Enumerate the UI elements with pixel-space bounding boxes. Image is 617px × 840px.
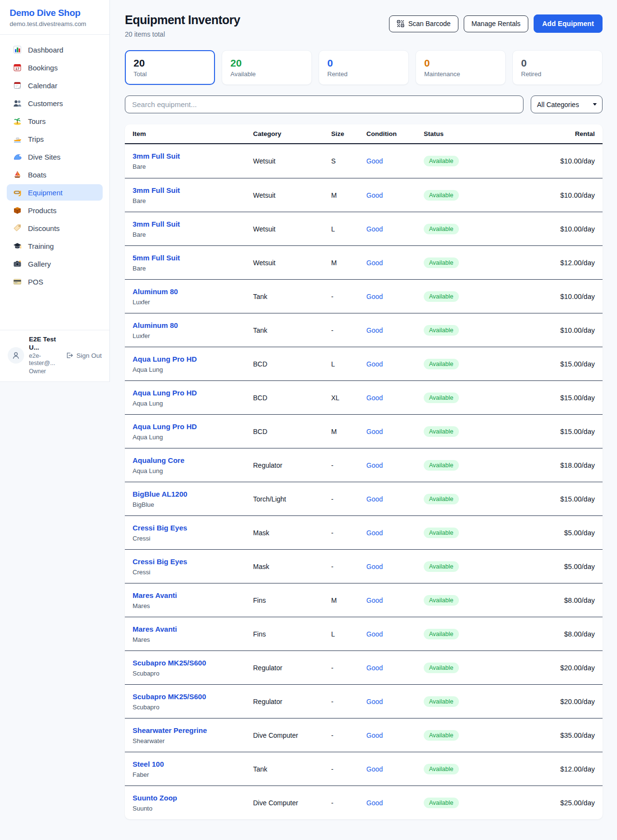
sidebar-item-bookings[interactable]: 17 Bookings	[7, 59, 103, 76]
category-filter-select[interactable]: All Categories	[531, 95, 603, 113]
sidebar-item-training[interactable]: Training	[7, 238, 103, 254]
condition-link[interactable]: Good	[366, 732, 424, 739]
condition-link[interactable]: Good	[366, 225, 424, 233]
condition-link[interactable]: Good	[366, 765, 424, 773]
items-total-text: 20 items total	[125, 30, 240, 38]
item-name-link[interactable]: 3mm Full Suit	[133, 152, 253, 161]
condition-link[interactable]: Good	[366, 495, 424, 503]
status-cell: Available	[424, 291, 496, 302]
size-cell: -	[331, 799, 366, 807]
scan-barcode-label: Scan Barcode	[408, 20, 451, 27]
rental-price: $8.00/day	[496, 630, 595, 638]
add-equipment-button[interactable]: Add Equipment	[534, 14, 603, 33]
item-name-link[interactable]: Aluminum 80	[133, 321, 253, 330]
sidebar-item-equipment[interactable]: Equipment	[7, 184, 103, 201]
item-cell: 5mm Full Suit Bare	[133, 254, 253, 272]
sidebar-item-products[interactable]: Products	[7, 202, 103, 218]
table-row: Suunto Zoop Suunto Dive Computer - Good …	[125, 786, 603, 819]
condition-link[interactable]: Good	[366, 191, 424, 199]
condition-link[interactable]: Good	[366, 326, 424, 334]
status-badge: Available	[424, 359, 459, 369]
sidebar-item-tours[interactable]: Tours	[7, 113, 103, 129]
item-name-link[interactable]: 3mm Full Suit	[133, 220, 253, 229]
size-cell: -	[331, 529, 366, 537]
condition-link[interactable]: Good	[366, 259, 424, 267]
item-brand: Luxfer	[133, 332, 253, 339]
sidebar-item-label: Dashboard	[28, 46, 63, 54]
item-name-link[interactable]: BigBlue AL1200	[133, 490, 253, 499]
item-name-link[interactable]: 5mm Full Suit	[133, 254, 253, 263]
status-badge: Available	[424, 257, 459, 268]
condition-link[interactable]: Good	[366, 563, 424, 570]
item-name-link[interactable]: Aluminum 80	[133, 287, 253, 297]
rental-price: $15.00/day	[496, 428, 595, 435]
sidebar-item-discounts[interactable]: Discounts	[7, 220, 103, 236]
condition-link[interactable]: Good	[366, 394, 424, 402]
condition-link[interactable]: Good	[366, 293, 424, 300]
category-cell: Wetsuit	[253, 191, 331, 199]
condition-link[interactable]: Good	[366, 664, 424, 672]
item-name-link[interactable]: Mares Avanti	[133, 625, 253, 634]
stat-card-retired[interactable]: 0 Retired	[512, 50, 603, 85]
condition-link[interactable]: Good	[366, 596, 424, 604]
sidebar-item-pos[interactable]: POS	[7, 273, 103, 290]
item-brand: Luxfer	[133, 298, 253, 306]
item-name-link[interactable]: Aqua Lung Pro HD	[133, 355, 253, 364]
condition-link[interactable]: Good	[366, 799, 424, 807]
scan-barcode-button[interactable]: Scan Barcode	[389, 15, 458, 32]
search-input[interactable]	[125, 95, 523, 113]
sidebar-item-gallery[interactable]: Gallery	[7, 256, 103, 272]
sidebar-item-customers[interactable]: Customers	[7, 95, 103, 111]
item-name-link[interactable]: Steel 100	[133, 760, 253, 769]
table-row: Steel 100 Faber Tank - Good Available $1…	[125, 752, 603, 786]
item-name-link[interactable]: Mares Avanti	[133, 591, 253, 600]
stat-card-total[interactable]: 20 Total	[125, 50, 215, 85]
condition-link[interactable]: Good	[366, 360, 424, 368]
item-name-link[interactable]: Aqua Lung Pro HD	[133, 422, 253, 432]
status-cell: Available	[424, 696, 496, 707]
condition-link[interactable]: Good	[366, 428, 424, 435]
rental-price: $10.00/day	[496, 293, 595, 300]
condition-link[interactable]: Good	[366, 630, 424, 638]
condition-link[interactable]: Good	[366, 698, 424, 705]
manage-rentals-button[interactable]: Manage Rentals	[464, 15, 528, 32]
item-name-link[interactable]: Scubapro MK25/S600	[133, 692, 253, 702]
sign-out-button[interactable]: Sign Out	[66, 352, 102, 359]
add-equipment-label: Add Equipment	[542, 20, 594, 27]
item-name-link[interactable]: Aqua Lung Pro HD	[133, 389, 253, 398]
sidebar-item-label: Dive Sites	[28, 153, 61, 161]
condition-link[interactable]: Good	[366, 529, 424, 537]
stat-card-available[interactable]: 20 Available	[222, 50, 312, 85]
item-name-link[interactable]: Suunto Zoop	[133, 794, 253, 803]
category-cell: BCD	[253, 360, 331, 368]
item-name-link[interactable]: Scubapro MK25/S600	[133, 659, 253, 668]
item-brand: Aqua Lung	[133, 434, 253, 441]
sidebar-item-label: Bookings	[28, 64, 58, 72]
category-cell: Regulator	[253, 461, 331, 469]
item-brand: Suunto	[133, 805, 253, 812]
size-cell: -	[331, 698, 366, 705]
stat-card-maintenance[interactable]: 0 Maintenance	[416, 50, 506, 85]
condition-link[interactable]: Good	[366, 461, 424, 469]
item-name-link[interactable]: Cressi Big Eyes	[133, 524, 253, 533]
stats-row: 20 Total 20 Available 0 Rented 0 Mainten…	[125, 50, 603, 85]
status-badge: Available	[424, 595, 459, 606]
item-name-link[interactable]: Cressi Big Eyes	[133, 557, 253, 567]
item-name-link[interactable]: 3mm Full Suit	[133, 186, 253, 195]
avatar	[8, 347, 24, 364]
sidebar-item-divesites[interactable]: Dive Sites	[7, 149, 103, 165]
stat-card-rented[interactable]: 0 Rented	[319, 50, 409, 85]
status-cell: Available	[424, 156, 496, 166]
condition-link[interactable]: Good	[366, 157, 424, 165]
item-name-link[interactable]: Shearwater Peregrine	[133, 726, 253, 735]
sidebar-item-trips[interactable]: Trips	[7, 131, 103, 147]
sidebar-nav: Dashboard 17 Bookings Calendar Customers…	[0, 35, 109, 330]
category-cell: Tank	[253, 326, 331, 334]
sidebar-item-calendar[interactable]: Calendar	[7, 77, 103, 94]
category-cell: Fins	[253, 630, 331, 638]
item-cell: Aqua Lung Pro HD Aqua Lung	[133, 389, 253, 407]
sidebar-item-dashboard[interactable]: Dashboard	[7, 41, 103, 58]
sidebar-item-boats[interactable]: Boats	[7, 166, 103, 183]
item-brand: Aqua Lung	[133, 366, 253, 373]
item-name-link[interactable]: Aqualung Core	[133, 456, 253, 465]
